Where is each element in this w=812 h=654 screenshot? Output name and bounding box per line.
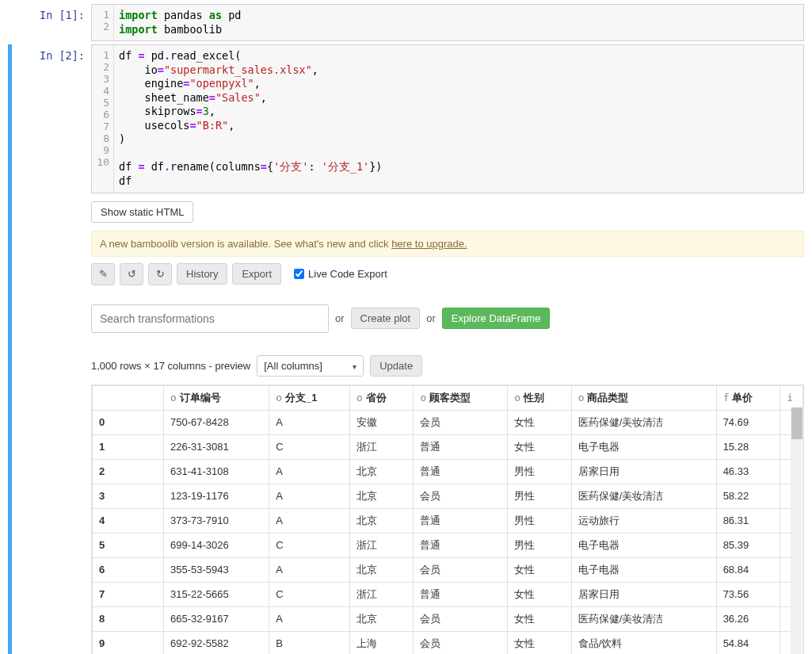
code-content[interactable]: import pandas as pd import bamboolib [114,5,803,40]
code-cell-1[interactable]: In [1]: 12 import pandas as pd import ba… [8,4,804,41]
code-content[interactable]: df = pd.read_excel( io="supermarkt_sales… [114,45,803,192]
col-customer-type[interactable]: o顾客类型 [414,385,508,410]
preview-summary: 1,000 rows × 17 columns - preview [91,360,250,372]
col-index[interactable] [93,385,164,410]
table-row[interactable]: 5699-14-3026C浙江普通男性电子电器85.39 [93,533,803,557]
explore-dataframe-button[interactable]: Explore DataFrame [442,308,551,329]
or-text: or [426,312,436,324]
col-extra[interactable]: i [780,385,803,410]
code-cell-2[interactable]: In [2]: 12345678910 df = pd.read_excel( … [8,44,804,654]
code-input-area[interactable]: 12345678910 df = pd.read_excel( io="supe… [91,44,804,193]
upgrade-notice: A new bamboolib version is available. Se… [91,231,804,257]
search-transformations-input[interactable] [91,304,329,333]
show-static-html-button[interactable]: Show static HTML [91,201,193,223]
table-row[interactable]: 1226-31-3081C浙江普通女性电子电器15.28 [93,434,803,459]
chevron-down-icon [353,360,356,372]
export-button[interactable]: Export [232,263,281,285]
col-product-type[interactable]: o商品类型 [571,385,716,410]
or-text: or [335,312,345,324]
table-row[interactable]: 9692-92-5582B上海会员女性食品/饮料54.84 [93,631,803,654]
prompt-label: In [1]: [12,4,91,41]
col-unit-price[interactable]: f单价 [716,385,780,410]
prompt-label: In [2]: [12,44,91,654]
col-order-id[interactable]: o订单编号 [164,385,269,410]
dataframe-table: o订单编号 o分支_1 o省份 o顾客类型 o性别 o商品类型 f单价 i 07… [92,385,803,654]
col-gender[interactable]: o性别 [508,385,572,410]
table-row[interactable]: 4373-73-7910A北京普通男性运动旅行86.31 [93,508,803,533]
table-row[interactable]: 8665-32-9167A北京会员女性医药保健/美妆清洁36.26 [93,606,803,631]
line-gutter: 12345678910 [92,45,114,192]
vertical-scrollbar[interactable] [791,407,803,654]
line-gutter: 12 [92,5,114,40]
pencil-icon[interactable]: ✎ [91,263,115,285]
upgrade-link[interactable]: here to upgrade. [391,238,467,250]
table-row[interactable]: 6355-53-5943A北京会员女性电子电器68.84 [93,557,803,582]
table-row[interactable]: 7315-22-5665C浙江普通女性居家日用73.56 [93,582,803,606]
col-branch[interactable]: o分支_1 [269,385,350,410]
undo-icon[interactable]: ↺ [120,263,143,285]
live-code-checkbox[interactable] [294,269,304,279]
live-code-label: Live Code Export [308,268,387,280]
create-plot-button[interactable]: Create plot [351,308,421,329]
code-input-area[interactable]: 12 import pandas as pd import bamboolib [91,4,804,41]
dataframe-table-wrap: o订单编号 o分支_1 o省份 o顾客类型 o性别 o商品类型 f单价 i 07… [91,384,804,654]
table-header-row: o订单编号 o分支_1 o省份 o顾客类型 o性别 o商品类型 f单价 i [93,385,803,410]
history-button[interactable]: History [177,263,227,285]
redo-icon[interactable]: ↻ [148,263,172,285]
columns-select[interactable]: [All columns] [257,355,364,377]
table-row[interactable]: 3123-19-1176A北京会员男性医药保健/美妆清洁58.22 [93,484,803,508]
table-row[interactable]: 2631-41-3108A北京普通男性居家日用46.33 [93,459,803,484]
update-button[interactable]: Update [370,355,422,377]
col-province[interactable]: o省份 [349,385,414,410]
table-row[interactable]: 0750-67-8428A安徽会员女性医药保健/美妆清洁74.69 [93,410,803,434]
